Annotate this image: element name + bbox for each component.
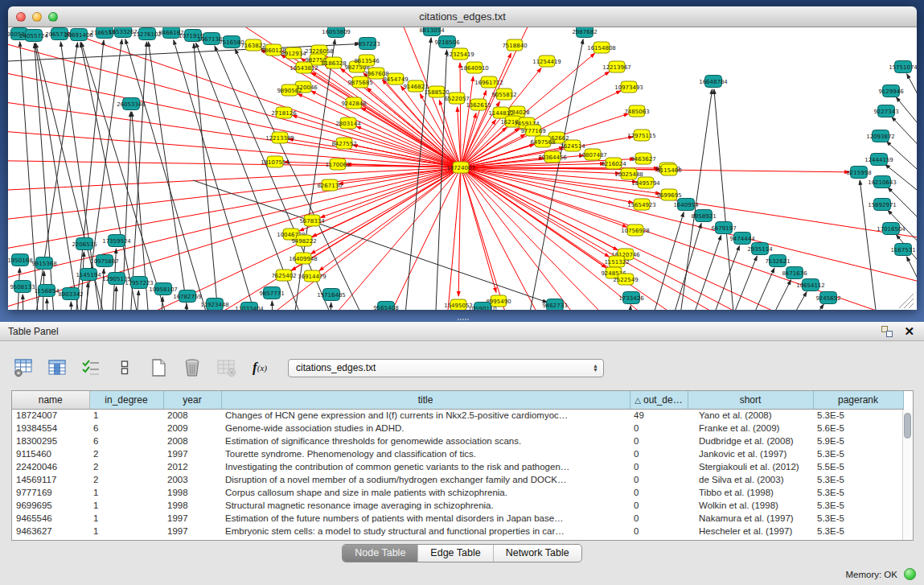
graph-node[interactable]: 16210643 <box>868 176 897 188</box>
graph-node[interactable]: 12213389 <box>265 132 294 143</box>
new-table-icon[interactable] <box>148 357 169 378</box>
graph-node[interactable]: 12213967 <box>602 61 631 72</box>
graph-node[interactable]: 16409948 <box>289 253 318 264</box>
table-row[interactable]: 1456911722003Disruption of a novel membe… <box>12 473 903 486</box>
graph-node[interactable]: 16053809 <box>322 27 351 38</box>
graph-node[interactable]: 7518840 <box>502 39 527 51</box>
graph-node[interactable]: 6479197 <box>711 222 736 234</box>
graph-node[interactable]: 9245652 <box>815 292 840 304</box>
graph-node[interactable]: 9699695 <box>656 189 681 200</box>
graph-node[interactable]: 11033404 <box>235 303 264 311</box>
graph-node[interactable]: 2987682 <box>572 27 597 38</box>
graph-node[interactable]: 17359924 <box>102 235 131 247</box>
graph-node-label: 20364456 <box>538 154 567 161</box>
graph-node[interactable]: 2206535 <box>72 238 97 250</box>
table-scrollbar[interactable] <box>902 410 913 540</box>
table-cell: 2 <box>89 473 163 486</box>
minimize-window-button[interactable] <box>32 12 42 22</box>
graph-node[interactable]: 9857771 <box>259 287 284 299</box>
graph-node[interactable]: 8471676 <box>782 267 807 279</box>
function-builder-icon[interactable]: f(x) <box>249 357 270 378</box>
table-selector-dropdown[interactable]: citations_edges.txt ▲▼ <box>288 359 604 377</box>
column-header-in_degree[interactable]: in_degree <box>89 391 163 409</box>
graph-node[interactable]: 7857223 <box>355 38 380 50</box>
table-row[interactable]: 969969511998Structural magnetic resonanc… <box>12 499 903 512</box>
graph-node[interactable]: 10973493 <box>614 81 643 93</box>
graph-node[interactable]: 9565408 <box>373 302 398 311</box>
select-columns-icon[interactable] <box>80 357 101 378</box>
graph-node[interactable]: 7625402 <box>271 270 296 281</box>
graph-node[interactable]: 15892971 <box>868 199 897 211</box>
graph-node[interactable]: 11254419 <box>532 56 561 67</box>
graph-node[interactable]: 12444159 <box>864 154 893 166</box>
show-columns-icon[interactable] <box>47 357 68 378</box>
graph-node[interactable]: 10654112 <box>796 279 825 291</box>
table-row[interactable]: 1938455462009Genome-wide association stu… <box>12 422 903 435</box>
float-panel-icon[interactable] <box>881 325 893 337</box>
canvas-resize-grip[interactable] <box>899 294 914 308</box>
column-header-title[interactable]: title <box>221 391 630 409</box>
table-row[interactable]: 2242004622012Investigating the contribut… <box>12 460 903 473</box>
graph-node[interactable]: 12325419 <box>446 48 474 60</box>
column-header-year[interactable]: year <box>163 391 221 409</box>
graph-node[interactable]: 8215958 <box>846 167 871 179</box>
column-header-short[interactable]: short <box>688 391 813 409</box>
graph-node[interactable]: 16961712 <box>474 76 503 88</box>
graph-node[interactable]: 12093872 <box>866 130 895 142</box>
graph-node-label: 16543812 <box>290 65 318 72</box>
row-height-icon[interactable] <box>114 357 135 378</box>
graph-node[interactable]: 8427552 <box>331 138 356 149</box>
graph-node[interactable]: 9218506 <box>434 36 460 48</box>
graph-node[interactable]: 1950168 <box>8 254 33 266</box>
graph-node[interactable]: 16648784 <box>699 76 728 88</box>
graph-node[interactable]: 12975115 <box>627 130 656 141</box>
table-row[interactable]: 946554611997Estimation of the future num… <box>12 512 903 525</box>
graph-node[interactable]: 9055812 <box>491 89 516 100</box>
table-row[interactable]: 946362711997Embryonic stem cells: a mode… <box>12 525 903 538</box>
graph-node[interactable]: 9474444 <box>729 233 755 245</box>
graph-node[interactable]: 1170062 <box>325 159 350 170</box>
network-canvas[interactable]: 1872400771638228860128891293423226058982… <box>8 27 917 310</box>
graph-node[interactable]: 18640910 <box>460 62 489 73</box>
graph-node[interactable]: 7532621 <box>765 255 790 267</box>
table-cell: 2012 <box>163 460 221 473</box>
graph-node[interactable]: 9915368 <box>31 257 56 270</box>
tab-edge-table[interactable]: Edge Table <box>418 545 493 562</box>
graph-node[interactable]: 16154808 <box>587 42 616 53</box>
table-cell: Genome-wide association studies in ADHD. <box>221 422 630 435</box>
graph-node[interactable]: 18107554 <box>261 156 290 167</box>
table-row[interactable]: 977716911998Corpus callosum shape and si… <box>12 486 903 499</box>
graph-node[interactable]: 8813054 <box>419 27 445 36</box>
graph-node[interactable]: 7485063 <box>624 105 649 117</box>
graph-node[interactable]: 15654923 <box>627 199 656 210</box>
memory-status-indicator[interactable] <box>904 568 916 580</box>
table-settings-icon[interactable] <box>13 357 34 378</box>
column-header-name[interactable]: name <box>12 391 89 409</box>
graph-node[interactable]: 26053346 <box>117 98 146 110</box>
graph-node[interactable]: 1733426 <box>618 292 644 304</box>
table-row[interactable]: 1830029562008Estimation of significance … <box>12 435 903 447</box>
table-row[interactable]: 1872400712008Changes of HCN gene express… <box>12 409 903 422</box>
table-row[interactable]: 911546021997Tourette syndrome. Phenomeno… <box>12 447 903 460</box>
window-titlebar[interactable]: citations_edges.txt <box>8 6 917 27</box>
zoom-window-button[interactable] <box>48 12 58 22</box>
column-header-pagerank[interactable]: pagerank <box>813 391 903 409</box>
close-window-button[interactable] <box>16 12 26 22</box>
table-cell: Corpus callosum shape and size in male p… <box>221 486 630 499</box>
graph-node[interactable]: 15751074 <box>889 61 917 73</box>
graph-node[interactable]: 10807487 <box>578 149 607 160</box>
graph-node[interactable]: 16914479 <box>298 270 326 282</box>
graph-node[interactable]: 9508133 <box>10 281 35 293</box>
graph-node[interactable]: 9129946 <box>878 85 904 97</box>
graph-node[interactable]: 1156854 <box>34 285 60 297</box>
column-header-out_de[interactable]: △out_de… <box>630 391 688 409</box>
close-panel-icon[interactable]: ✕ <box>904 325 914 337</box>
graph-node-label: 12975115 <box>627 133 656 139</box>
graph-node[interactable]: 9227343 <box>873 105 898 117</box>
delete-table-icon[interactable] <box>182 357 203 378</box>
graph-node[interactable]: 9463627 <box>630 153 655 164</box>
tab-network-table[interactable]: Network Table <box>494 545 581 562</box>
graph-node[interactable]: 15716485 <box>317 289 346 301</box>
tab-node-table[interactable]: Node Table <box>343 545 418 562</box>
scrollbar-thumb[interactable] <box>904 413 911 439</box>
